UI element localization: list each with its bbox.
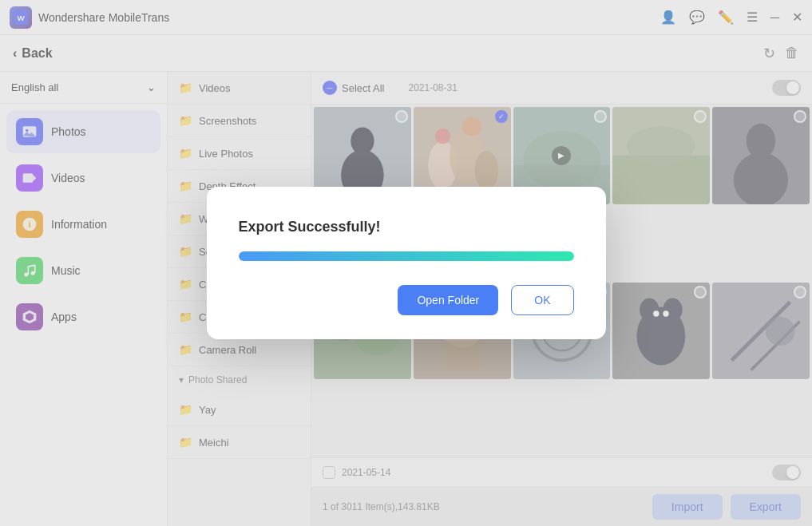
progress-bar-container <box>239 251 574 261</box>
open-folder-button[interactable]: Open Folder <box>398 285 498 315</box>
progress-bar-fill <box>239 251 574 261</box>
dialog-title: Export Successfully! <box>239 219 381 235</box>
ok-button[interactable]: OK <box>511 285 573 315</box>
modal-overlay: Export Successfully! Open Folder OK <box>0 0 812 526</box>
export-success-dialog: Export Successfully! Open Folder OK <box>207 187 606 339</box>
dialog-buttons: Open Folder OK <box>398 285 573 315</box>
